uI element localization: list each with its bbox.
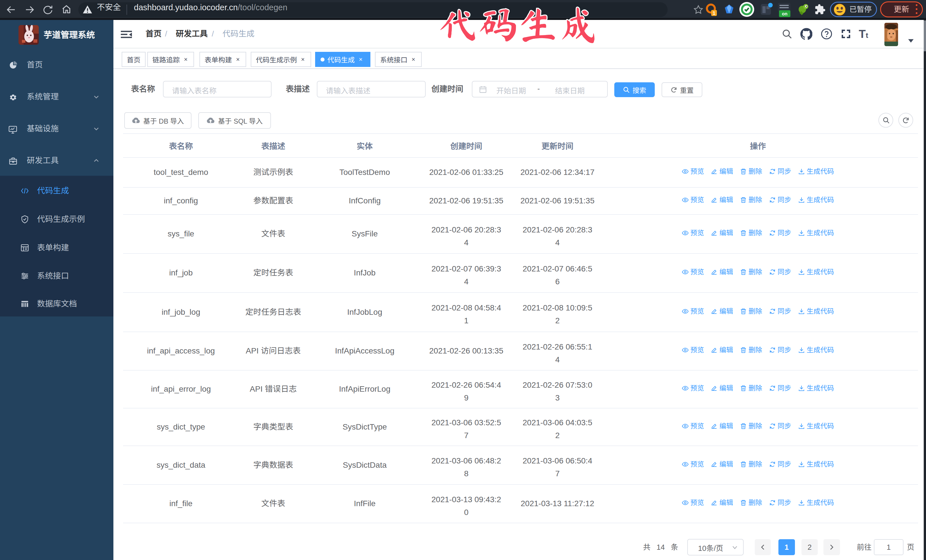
svg-text:t: t: [866, 31, 869, 39]
svg-text:T: T: [859, 28, 865, 39]
svg-text:on: on: [782, 11, 788, 16]
svg-text:1: 1: [713, 11, 715, 16]
